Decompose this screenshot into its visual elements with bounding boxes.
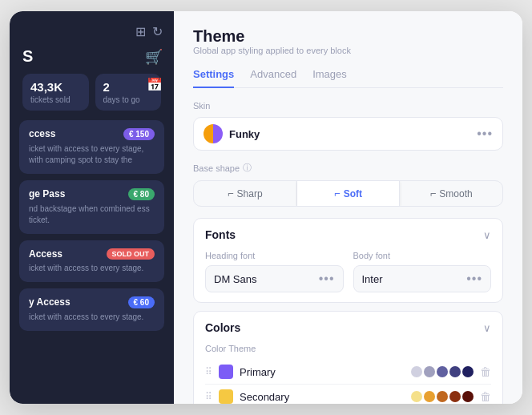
sharp-icon: ⌐: [228, 187, 234, 199]
stat-tickets-value: 43,3K: [30, 80, 81, 94]
fonts-grid: Heading font DM Sans ••• Body font Inter…: [205, 251, 491, 292]
fonts-body: Heading font DM Sans ••• Body font Inter…: [194, 251, 502, 302]
delete-secondary-icon[interactable]: 🗑: [480, 390, 491, 403]
secondary-color-circles: [411, 391, 474, 402]
sharp-label: Sharp: [237, 188, 263, 199]
color-circle: [449, 366, 461, 377]
color-primary-right: 🗑: [411, 365, 491, 378]
list-item[interactable]: ccess € 150 icket with access to every s…: [19, 120, 164, 174]
color-theme-label: Color Theme: [205, 344, 491, 353]
heading-font-row[interactable]: DM Sans •••: [205, 265, 344, 292]
shape-btn-smooth[interactable]: ⌐ Smooth: [400, 181, 502, 206]
color-secondary-row: ⠿ Secondary 🗑: [205, 385, 491, 404]
colors-body: Color Theme ⠿ Primary: [194, 344, 502, 404]
color-primary-row: ⠿ Primary 🗑: [205, 360, 491, 385]
colors-chevron-icon: ∨: [483, 322, 491, 334]
heading-font-value: DM Sans: [214, 273, 256, 285]
shape-label-row: Base shape ⓘ: [193, 162, 503, 174]
left-panel: ⊞ ↻ 🛒 📅 S 43,3K tickets sold 2 days to g…: [10, 11, 174, 404]
heading-font-label: Heading font: [205, 251, 344, 260]
shape-help-icon: ⓘ: [243, 162, 252, 174]
body-font-col: Body font Inter •••: [353, 251, 492, 292]
soft-icon: ⌐: [334, 187, 341, 199]
panel-header: Theme Global app styling applied to ever…: [193, 27, 503, 65]
ticket-desc: icket with access to every stage.: [29, 263, 155, 274]
secondary-color-label: Secondary: [240, 391, 289, 403]
color-circle: [411, 366, 422, 377]
refresh-icon[interactable]: ↻: [152, 24, 163, 39]
color-secondary-right: 🗑: [411, 390, 491, 403]
shape-btn-sharp[interactable]: ⌐ Sharp: [194, 181, 297, 206]
color-circle: [411, 391, 422, 402]
primary-swatch[interactable]: [219, 365, 233, 379]
list-item[interactable]: y Access € 60 icket with access to every…: [19, 288, 164, 331]
ticket-badge: € 150: [123, 128, 155, 140]
soft-label: Soft: [344, 188, 362, 199]
right-panel: Theme Global app styling applied to ever…: [174, 11, 522, 404]
secondary-swatch[interactable]: [219, 389, 233, 404]
calendar-icon[interactable]: 📅: [147, 78, 163, 91]
skin-icon: [204, 124, 223, 143]
color-circle: [424, 391, 435, 402]
shape-label: Base shape: [193, 163, 240, 173]
stat-days-label: days to go: [103, 95, 154, 104]
heading-font-dots[interactable]: •••: [319, 272, 335, 286]
ticket-desc: icket with access to every stage.: [29, 312, 155, 323]
skin-name: Funky: [229, 128, 260, 140]
fonts-collapse-header[interactable]: Fonts ∨: [194, 219, 502, 251]
ticket-name: ge Pass: [29, 188, 65, 199]
ticket-badge: € 60: [128, 296, 155, 308]
ticket-name: ccess: [29, 128, 55, 139]
color-circle: [437, 391, 448, 402]
skin-menu-dots[interactable]: •••: [477, 127, 493, 141]
colors-collapse-header[interactable]: Colors ∨: [194, 312, 502, 344]
colors-section: Colors ∨ Color Theme ⠿ Primary: [193, 311, 503, 404]
body-font-row[interactable]: Inter •••: [353, 265, 492, 292]
list-item[interactable]: ge Pass € 80 nd backstage when combined …: [19, 180, 164, 234]
panel-title: Theme: [193, 27, 351, 46]
smooth-icon: ⌐: [430, 187, 437, 199]
primary-color-label: Primary: [240, 366, 276, 378]
body-font-dots[interactable]: •••: [466, 272, 482, 286]
tabs: Settings Advanced Images: [193, 68, 503, 88]
colors-title: Colors: [205, 321, 240, 334]
panel-subtitle: Global app styling applied to every bloc…: [193, 46, 351, 55]
ticket-desc: nd backstage when combined ess ticket.: [29, 203, 155, 226]
shape-btn-soft[interactable]: ⌐ Soft: [297, 181, 401, 206]
skin-label: Skin: [193, 101, 503, 111]
drag-handle-icon[interactable]: ⠿: [205, 391, 212, 402]
ticket-name: Access: [29, 248, 62, 260]
left-top-bar: ⊞ ↻: [10, 24, 174, 47]
fonts-chevron-icon: ∨: [483, 229, 491, 241]
stat-tickets: 43,3K tickets sold: [22, 74, 89, 111]
color-circle: [462, 391, 474, 402]
tab-settings[interactable]: Settings: [193, 68, 234, 88]
skin-left: Funky: [204, 124, 260, 143]
tab-advanced[interactable]: Advanced: [250, 68, 296, 88]
shape-buttons: ⌐ Sharp ⌐ Soft ⌐ Smooth: [193, 180, 503, 207]
grid-icon[interactable]: ⊞: [135, 24, 146, 39]
fonts-section: Fonts ∨ Heading font DM Sans ••• Body fo…: [193, 218, 503, 303]
body-font-label: Body font: [353, 251, 492, 260]
skin-row[interactable]: Funky •••: [193, 117, 503, 151]
tab-images[interactable]: Images: [312, 68, 347, 88]
ticket-desc: icket with access to every stage, with c…: [29, 143, 155, 166]
smooth-label: Smooth: [439, 188, 472, 199]
cart-icon[interactable]: 🛒: [145, 49, 163, 65]
ticket-badge: SOLD OUT: [107, 248, 155, 260]
list-item[interactable]: Access SOLD OUT icket with access to eve…: [19, 240, 164, 282]
color-circle: [424, 366, 435, 377]
fonts-title: Fonts: [205, 228, 236, 241]
color-circle: [462, 366, 474, 377]
stat-tickets-label: tickets sold: [30, 95, 81, 104]
drag-handle-icon[interactable]: ⠿: [205, 366, 212, 377]
ticket-name: y Access: [29, 296, 71, 308]
main-container: ⊞ ↻ 🛒 📅 S 43,3K tickets sold 2 days to g…: [10, 11, 522, 404]
primary-color-circles: [411, 366, 474, 377]
ticket-badge: € 80: [128, 188, 155, 200]
color-primary-left: ⠿ Primary: [205, 365, 276, 379]
body-font-value: Inter: [362, 273, 383, 285]
stat-days-value: 2: [103, 80, 154, 94]
ticket-list: ccess € 150 icket with access to every s…: [10, 120, 174, 331]
delete-primary-icon[interactable]: 🗑: [480, 365, 491, 378]
